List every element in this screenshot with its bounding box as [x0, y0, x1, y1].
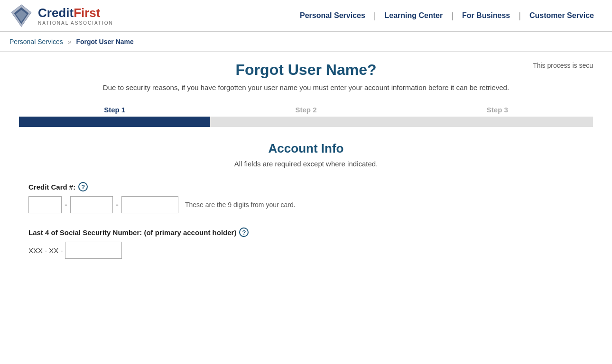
logo-brand: CreditFirst	[38, 6, 113, 20]
steps-labels: Step 1 Step 2 Step 3	[19, 106, 593, 117]
logo-text: CreditFirst NATIONAL ASSOCIATION	[38, 6, 113, 26]
secure-text: This process is secu	[533, 56, 593, 69]
credit-card-part3-input[interactable]	[121, 196, 178, 213]
dash-1: -	[64, 200, 68, 210]
section-title: Account Info	[28, 141, 584, 156]
logo-credit: Credit	[38, 6, 74, 20]
ssn-input[interactable]	[65, 242, 122, 259]
credit-card-group: Credit Card #: ? - - These are the 9 dig…	[28, 182, 584, 213]
logo-subtitle: NATIONAL ASSOCIATION	[38, 20, 113, 26]
header: CreditFirst NATIONAL ASSOCIATION Persona…	[0, 0, 612, 32]
section-note: All fields are required except where ind…	[28, 160, 584, 168]
step-2-label: Step 2	[210, 106, 401, 117]
step-2-bar	[210, 117, 401, 127]
ssn-label-text: Last 4 of Social Security Number: (of pr…	[28, 228, 236, 237]
main-nav: Personal Services | Learning Center | Fo…	[291, 11, 603, 21]
credit-card-inputs: - - These are the 9 digits from your car…	[28, 196, 584, 213]
step-3-bar	[402, 117, 593, 127]
logo-area: CreditFirst NATIONAL ASSOCIATION	[9, 4, 113, 27]
nav-for-business[interactable]: For Business	[454, 11, 519, 20]
page-description: Due to security reasons, if you have for…	[19, 83, 593, 91]
nav-customer-service[interactable]: Customer Service	[521, 11, 603, 20]
ssn-prefix: XXX - XX -	[28, 246, 63, 255]
credit-card-label: Credit Card #: ?	[28, 182, 584, 191]
logo-diamond-icon	[9, 4, 33, 27]
nav-learning-center[interactable]: Learning Center	[376, 11, 452, 20]
credit-card-part2-input[interactable]	[70, 196, 113, 213]
title-row: Forgot User Name? This process is secu	[19, 61, 593, 79]
credit-card-part1-input[interactable]	[28, 196, 62, 213]
ssn-row: XXX - XX -	[28, 242, 584, 259]
logo-first: First	[74, 6, 100, 20]
credit-card-help-icon[interactable]: ?	[78, 182, 88, 191]
step-1-bar	[19, 117, 210, 127]
credit-card-label-text: Credit Card #:	[28, 183, 75, 191]
steps-bar	[19, 117, 593, 127]
breadcrumb-current: Forgot User Name	[76, 38, 133, 46]
ssn-label: Last 4 of Social Security Number: (of pr…	[28, 228, 584, 237]
step-1-label: Step 1	[19, 106, 210, 117]
page-title: Forgot User Name?	[114, 61, 498, 79]
steps-container: Step 1 Step 2 Step 3	[19, 106, 593, 127]
nav-personal-services[interactable]: Personal Services	[291, 11, 374, 20]
ssn-help-icon[interactable]: ?	[239, 228, 249, 237]
main-content: Forgot User Name? This process is secu D…	[0, 52, 612, 282]
dash-2: -	[115, 200, 120, 210]
credit-card-hint: These are the 9 digits from your card.	[185, 201, 296, 209]
breadcrumb-separator: »	[68, 38, 72, 46]
form-section: Account Info All fields are required exc…	[19, 141, 593, 259]
step-3-label: Step 3	[402, 106, 593, 117]
breadcrumb: Personal Services » Forgot User Name	[0, 32, 612, 52]
ssn-group: Last 4 of Social Security Number: (of pr…	[28, 228, 584, 259]
breadcrumb-parent[interactable]: Personal Services	[9, 38, 63, 46]
